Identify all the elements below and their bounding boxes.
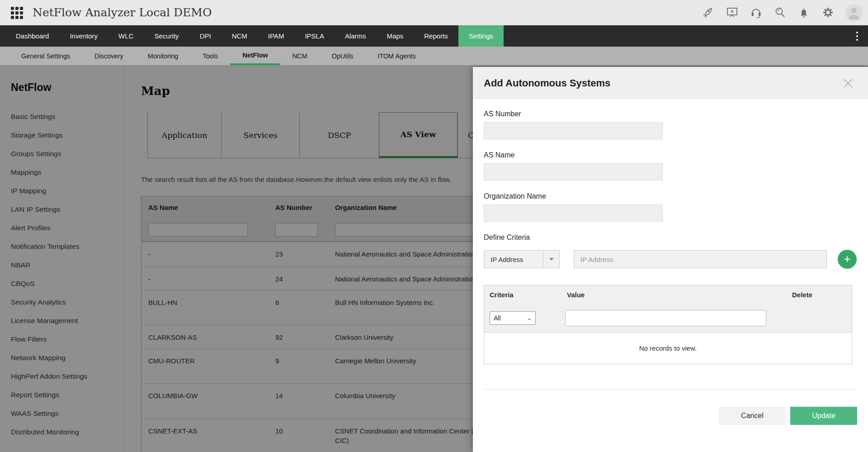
as-name-field[interactable] <box>484 163 663 181</box>
kebab-menu-icon[interactable] <box>853 25 862 47</box>
criteria-grid-header: Criteria Value Delete <box>484 285 852 304</box>
panel-header: Add Autonomous Systems <box>473 67 868 99</box>
grid-value-input[interactable] <box>565 310 766 326</box>
rocket-icon[interactable] <box>702 6 714 19</box>
define-criteria-row: IP Address + <box>484 250 857 269</box>
nav-dashboard[interactable]: Dashboard <box>5 25 59 47</box>
nav-reports[interactable]: Reports <box>414 25 458 47</box>
grid-empty-message: No records to view. <box>484 333 852 364</box>
grid-col-delete: Delete <box>787 291 852 299</box>
close-icon[interactable] <box>841 76 855 90</box>
update-button[interactable]: Update <box>790 407 857 425</box>
add-criteria-button[interactable]: + <box>838 250 857 269</box>
panel-title: Add Autonomous Systems <box>484 77 610 89</box>
nav-inventory[interactable]: Inventory <box>59 25 108 47</box>
criteria-type-value: IP Address <box>484 256 543 263</box>
bell-icon[interactable] <box>797 6 810 19</box>
main-nav: Dashboard Inventory WLC Security DPI NCM… <box>0 25 868 47</box>
app-grid-icon[interactable] <box>11 7 23 19</box>
grid-col-criteria: Criteria <box>484 291 561 299</box>
criteria-value-input[interactable] <box>574 250 827 268</box>
nav-ncm[interactable]: NCM <box>222 25 258 47</box>
top-app-bar: NetFlow Analyzer Local DEMO <box>0 0 868 25</box>
add-autonomous-systems-panel: Add Autonomous Systems AS Number AS Name… <box>473 67 868 452</box>
organization-name-label: Organization Name <box>484 192 857 200</box>
subnav-oputils[interactable]: OpUtils <box>320 47 366 65</box>
as-number-label: AS Number <box>484 110 857 118</box>
grid-criteria-select-value: All <box>490 314 527 322</box>
subnav-netflow[interactable]: NetFlow <box>230 47 280 65</box>
subnav-tools[interactable]: Tools <box>190 47 230 65</box>
headset-icon[interactable] <box>750 6 762 19</box>
as-number-field[interactable] <box>484 122 663 139</box>
gear-icon[interactable] <box>821 6 834 19</box>
subnav-monitoring[interactable]: Monitoring <box>136 47 191 65</box>
settings-sub-nav: General Settings Discovery Monitoring To… <box>0 47 868 65</box>
panel-actions: Cancel Update <box>484 407 857 425</box>
criteria-type-select[interactable]: IP Address <box>484 250 560 268</box>
caret-down-icon <box>543 251 559 268</box>
user-avatar[interactable] <box>845 4 863 21</box>
as-name-label: AS Name <box>484 151 857 159</box>
cancel-button[interactable]: Cancel <box>719 407 786 425</box>
nav-dpi[interactable]: DPI <box>189 25 222 47</box>
nav-security[interactable]: Security <box>144 25 189 47</box>
workspace: NetFlow Basic Settings Storage Settings … <box>0 65 868 452</box>
chevron-down-icon: ⌄ <box>527 315 535 321</box>
nav-alarms[interactable]: Alarms <box>335 25 377 47</box>
nav-ipsla[interactable]: IPSLA <box>294 25 335 47</box>
grid-col-value: Value <box>561 291 787 299</box>
nav-maps[interactable]: Maps <box>377 25 414 47</box>
panel-divider <box>484 389 857 390</box>
nav-wlc[interactable]: WLC <box>108 25 144 47</box>
criteria-grid-filter-row: All ⌄ <box>484 304 852 333</box>
app-title: NetFlow Analyzer Local DEMO <box>33 6 212 19</box>
criteria-grid: Criteria Value Delete All ⌄ No records t… <box>484 285 852 364</box>
search-icon[interactable] <box>774 6 786 19</box>
nav-ipam[interactable]: IPAM <box>258 25 295 47</box>
demo-player-icon[interactable] <box>726 6 738 19</box>
grid-criteria-select[interactable]: All ⌄ <box>490 311 536 325</box>
nav-settings[interactable]: Settings <box>458 25 504 47</box>
define-criteria-label: Define Criteria <box>484 233 857 242</box>
subnav-itom-agents[interactable]: ITOM Agents <box>365 47 428 65</box>
subnav-discovery[interactable]: Discovery <box>82 47 136 65</box>
subnav-general-settings[interactable]: General Settings <box>9 47 82 65</box>
organization-name-field[interactable] <box>484 205 663 222</box>
subnav-ncm[interactable]: NCM <box>280 47 320 65</box>
